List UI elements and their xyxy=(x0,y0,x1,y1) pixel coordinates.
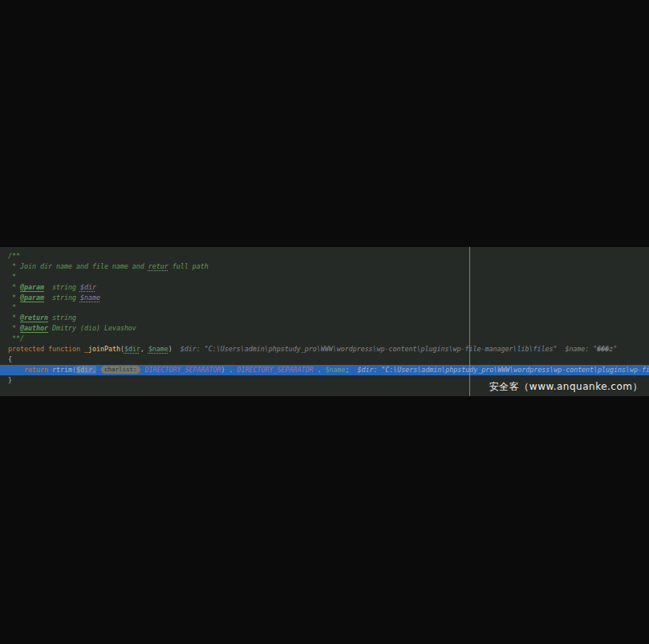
code-line-doc-blank: * xyxy=(0,272,649,282)
code-token xyxy=(8,366,24,374)
code-token: * xyxy=(8,294,20,302)
code-token: _joinPath xyxy=(84,345,120,353)
code-token: **/ xyxy=(8,334,24,342)
code-editor[interactable]: /** * Join dir name and file name and re… xyxy=(0,247,649,396)
code-token: string xyxy=(48,314,76,322)
param-name-hint-chip: charlist: xyxy=(101,366,140,374)
code-token: /** xyxy=(8,252,20,260)
margin-guide-line xyxy=(469,247,470,396)
code-token: $name xyxy=(80,294,100,302)
code-token: * xyxy=(8,324,20,332)
code-line-function-signature: protected function _joinPath($dir, $name… xyxy=(0,344,649,354)
debugger-inline-value: $dir: "C:\Users\admin\phpstudy_pro\WWW\w… xyxy=(172,345,617,353)
code-token: * xyxy=(8,314,20,322)
code-token: rtrim xyxy=(52,366,72,374)
debugger-inline-value: $dir: "C:\Users\admin\phpstudy_pro\WWW\w… xyxy=(349,366,649,374)
code-token: $name xyxy=(148,345,168,353)
code-token: $dir, xyxy=(76,366,96,374)
code-token: string xyxy=(44,294,80,302)
code-line-open-brace: { xyxy=(0,354,649,365)
code-token: string xyxy=(44,283,80,291)
code-token xyxy=(96,366,100,374)
code-line-doc-blank-2: * xyxy=(0,302,649,313)
code-token: . xyxy=(313,366,325,374)
code-token: . xyxy=(225,366,237,374)
code-token: $dir xyxy=(80,283,96,291)
code-token: , xyxy=(140,345,148,353)
code-token: full path xyxy=(168,262,209,270)
code-token: @param xyxy=(20,283,44,291)
code-token: @param xyxy=(20,294,44,302)
code-token: retur xyxy=(148,262,168,270)
code-line-doc-close: **/ xyxy=(0,334,649,344)
code-token: * xyxy=(8,283,20,291)
debug-execution-line: return rtrim($dir, charlist: DIRECTORY_S… xyxy=(0,365,649,375)
code-token: @author xyxy=(20,324,48,332)
code-token: * xyxy=(8,273,16,281)
code-token: protected function xyxy=(8,345,84,353)
code-token: DIRECTORY_SEPARATOR xyxy=(237,366,314,374)
code-token: @return xyxy=(20,314,48,322)
code-line-doc-return: * @return string xyxy=(0,313,649,323)
code-line-doc-param-name: * @param string $name xyxy=(0,293,649,303)
code-token: } xyxy=(8,376,12,384)
code-token: * Join dir name and file name and xyxy=(8,262,148,270)
code-line-doc-open: /** xyxy=(0,251,649,261)
code-token: DIRECTORY_SEPARATOR xyxy=(145,366,221,374)
code-token: $name xyxy=(325,366,345,374)
code-token: $dir xyxy=(124,345,140,353)
code-line-doc-summary: * Join dir name and file name and retur … xyxy=(0,261,649,272)
code-line-doc-author: * @author Dmitry (dio) Levashov xyxy=(0,323,649,334)
anquanke-watermark: 安全客（www.anquanke.com） xyxy=(489,380,643,394)
code-token: Dmitry (dio) Levashov xyxy=(48,324,136,332)
code-token: { xyxy=(8,355,12,363)
code-token: * xyxy=(8,303,16,311)
code-lines-container: /** * Join dir name and file name and re… xyxy=(0,247,649,386)
code-line-doc-param-dir: * @param string $dir xyxy=(0,282,649,293)
code-token: return xyxy=(24,366,48,374)
